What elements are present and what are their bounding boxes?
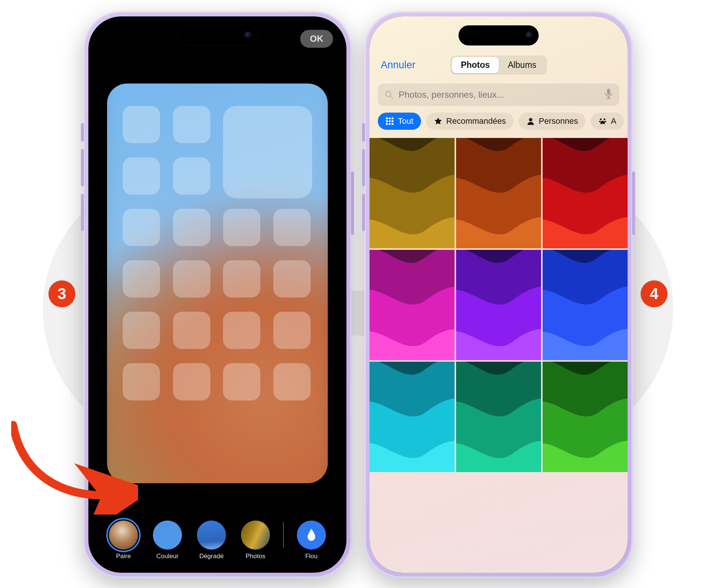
wallpaper-options-dock: Paire Couleur Dégradé Photos xyxy=(88,521,346,560)
photo-thumb[interactable] xyxy=(370,138,455,248)
option-label: Couleur xyxy=(156,553,179,560)
filter-people[interactable]: Personnes xyxy=(519,113,585,130)
svg-rect-6 xyxy=(389,117,391,119)
microphone-icon[interactable] xyxy=(604,88,613,101)
screen-right: Annuler Photos Albums xyxy=(370,16,628,573)
photo-thumb[interactable] xyxy=(456,250,541,360)
photos-icon xyxy=(241,521,270,550)
filter-label: Personnes xyxy=(539,116,578,126)
svg-rect-12 xyxy=(389,123,391,125)
photo-thumb[interactable] xyxy=(456,138,541,248)
option-paire[interactable]: Paire xyxy=(106,521,141,560)
home-screen-preview xyxy=(107,84,328,483)
filter-label: Tout xyxy=(398,116,414,126)
filter-all[interactable]: Tout xyxy=(378,113,421,130)
svg-rect-8 xyxy=(386,120,388,122)
option-label: Paire xyxy=(116,553,131,560)
svg-rect-2 xyxy=(607,89,610,95)
svg-rect-5 xyxy=(386,117,388,119)
svg-rect-13 xyxy=(392,123,393,125)
option-flou[interactable]: Flou xyxy=(293,521,329,560)
segment-albums[interactable]: Albums xyxy=(499,57,546,73)
phone-frame-right: Annuler Photos Albums xyxy=(364,11,633,578)
svg-point-15 xyxy=(600,119,602,120)
search-input[interactable] xyxy=(398,89,604,100)
option-degrade[interactable]: Dégradé xyxy=(194,521,229,560)
degrade-icon xyxy=(197,521,226,550)
photo-picker-sheet: Annuler Photos Albums xyxy=(370,16,628,573)
flou-icon xyxy=(297,521,326,550)
photo-thumb[interactable] xyxy=(543,250,628,360)
photo-thumb[interactable] xyxy=(456,362,541,472)
ok-button[interactable]: OK xyxy=(300,30,333,48)
step-badge-3: 3 xyxy=(48,280,75,307)
filter-recommended[interactable]: Recommandées xyxy=(426,113,514,130)
paw-icon xyxy=(598,117,607,126)
segment-photos[interactable]: Photos xyxy=(452,57,499,73)
cancel-button[interactable]: Annuler xyxy=(381,59,415,71)
option-couleur[interactable]: Couleur xyxy=(150,521,185,560)
grid-icon xyxy=(385,117,394,126)
svg-point-16 xyxy=(604,119,606,120)
svg-rect-7 xyxy=(392,117,393,119)
option-photos[interactable]: Photos xyxy=(238,521,273,560)
callout-arrow xyxy=(11,410,138,515)
photo-thumb[interactable] xyxy=(370,250,455,360)
person-icon xyxy=(526,117,535,126)
search-field[interactable] xyxy=(378,84,619,106)
step-badge-4: 4 xyxy=(641,280,668,307)
dock-separator xyxy=(283,522,284,548)
filter-chip-row: Tout Recommandées Personnes xyxy=(370,106,628,136)
filter-label: Recommandées xyxy=(446,116,506,126)
filter-overflow[interactable]: A xyxy=(591,113,624,130)
svg-point-17 xyxy=(599,121,600,122)
app-icon-grid xyxy=(123,106,312,404)
svg-rect-10 xyxy=(392,120,393,122)
option-label: Photos xyxy=(246,553,266,560)
svg-rect-9 xyxy=(389,120,391,122)
dynamic-island xyxy=(178,25,258,45)
dynamic-island xyxy=(459,25,539,45)
option-label: Dégradé xyxy=(199,553,223,560)
photo-thumb[interactable] xyxy=(543,362,628,472)
option-label: Flou xyxy=(305,553,317,560)
photo-thumbnail-grid xyxy=(370,136,628,472)
photo-thumb[interactable] xyxy=(543,138,628,248)
paire-icon xyxy=(109,521,138,550)
svg-point-14 xyxy=(529,118,532,122)
photo-thumb[interactable] xyxy=(370,362,455,472)
segmented-control: Photos Albums xyxy=(450,56,547,75)
star-icon xyxy=(434,117,443,126)
svg-point-18 xyxy=(604,121,606,122)
search-icon xyxy=(384,90,393,99)
svg-rect-11 xyxy=(386,123,388,125)
couleur-icon xyxy=(153,521,182,550)
svg-line-1 xyxy=(390,96,393,99)
filter-label: A xyxy=(611,116,616,126)
